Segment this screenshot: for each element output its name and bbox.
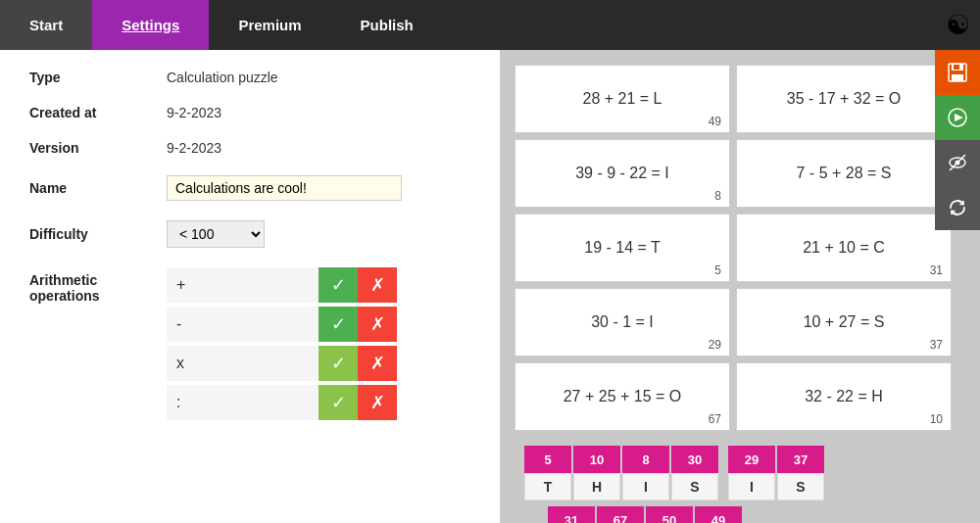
answer-section: 5 T 10 H 8 I 30 S 29 — [524, 446, 824, 523]
refresh-button[interactable] — [935, 185, 980, 230]
type-row: Type Calculation puzzle — [29, 70, 470, 85]
puzzle-cell-5: 21 + 10 = C 31 — [736, 214, 952, 282]
arith-row-divide: : ✓ ✗ — [167, 385, 397, 420]
answer-num-L: 49 — [695, 506, 742, 523]
answer-tile-L: 49 L — [695, 506, 742, 523]
arithmetic-label: Arithmetic operations — [29, 272, 167, 304]
cell-number-9: 10 — [930, 412, 943, 426]
arithmetic-section: Arithmetic operations + ✓ ✗ - ✓ ✗ x ✓ — [29, 267, 470, 420]
arith-cross-multiply[interactable]: ✗ — [358, 346, 397, 381]
play-button[interactable] — [935, 95, 980, 140]
cell-equation-3: 7 - 5 + 28 = S — [797, 165, 892, 182]
cell-equation-1: 35 - 17 + 32 = O — [787, 90, 902, 108]
difficulty-row: Difficulty < 100 — [29, 220, 470, 248]
type-value: Calculation puzzle — [167, 70, 278, 85]
answer-tile-S1: 30 S — [671, 446, 718, 500]
answer-num-S2: 37 — [777, 446, 824, 473]
answer-row-1: 31 C 67 O 50 O 49 L — [548, 506, 824, 523]
arith-cross-plus[interactable]: ✗ — [358, 267, 397, 303]
difficulty-select[interactable]: < 100 — [167, 220, 265, 248]
puzzle-cell-6: 30 - 1 = I 29 — [514, 288, 730, 357]
answer-tile-H: 10 H — [573, 446, 620, 500]
puzzle-cell-4: 19 - 14 = T 5 — [514, 214, 730, 282]
arith-row-minus: - ✓ ✗ — [167, 307, 397, 342]
arith-row-multiply: x ✓ ✗ — [167, 346, 397, 381]
answer-num-O2: 50 — [646, 506, 693, 523]
type-label: Type — [29, 70, 167, 85]
answer-tile-S2: 37 S — [777, 446, 824, 500]
created-value: 9-2-2023 — [167, 105, 221, 120]
left-panel: Type Calculation puzzle Created at 9-2-2… — [0, 50, 500, 523]
puzzle-cell-0: 28 + 21 = L 49 — [514, 65, 730, 133]
answer-tile-O2: 50 O — [646, 506, 693, 523]
cell-equation-8: 27 + 25 + 15 = O — [564, 388, 682, 405]
cell-number-2: 8 — [714, 189, 721, 203]
view-button[interactable] — [935, 140, 980, 185]
cell-number-4: 5 — [714, 263, 721, 277]
difficulty-label: Difficulty — [29, 226, 167, 242]
name-row: Name — [29, 175, 470, 201]
answer-tile-I2: 29 I — [728, 446, 775, 500]
nav-settings[interactable]: Settings — [92, 0, 209, 50]
answer-num-H: 10 — [573, 446, 620, 473]
puzzle-cell-3: 7 - 5 + 28 = S — [736, 139, 952, 208]
answer-num-S1: 30 — [671, 446, 718, 473]
arith-symbol-divide: : — [167, 394, 318, 411]
cell-equation-6: 30 - 1 = I — [591, 313, 654, 331]
created-row: Created at 9-2-2023 — [29, 105, 470, 120]
answer-tile-C: 31 C — [548, 506, 595, 523]
answer-letter-I1: I — [622, 473, 669, 500]
puzzle-cell-9: 32 - 22 = H 10 — [736, 362, 952, 431]
cell-equation-7: 10 + 27 = S — [804, 313, 885, 331]
answer-letter-I2: I — [728, 473, 775, 500]
name-input[interactable] — [167, 175, 402, 201]
nav-premium[interactable]: Premium — [209, 0, 330, 50]
arith-check-plus[interactable]: ✓ — [318, 267, 358, 303]
svg-rect-3 — [954, 65, 959, 70]
answer-num-C: 31 — [548, 506, 595, 523]
arith-check-minus[interactable]: ✓ — [318, 307, 358, 342]
nav-start[interactable]: Start — [0, 0, 92, 50]
arith-symbol-minus: - — [167, 315, 318, 333]
answer-tile-I1: 8 I — [622, 446, 669, 500]
nav-publish[interactable]: Publish — [331, 0, 443, 50]
answer-letter-T: T — [524, 473, 571, 500]
arith-symbol-plus: + — [167, 276, 318, 294]
name-label: Name — [29, 180, 167, 196]
answer-letter-H: H — [573, 473, 620, 500]
answer-tile-O1: 67 O — [597, 506, 644, 523]
answer-num-O1: 67 — [597, 506, 644, 523]
arith-check-divide[interactable]: ✓ — [318, 385, 358, 420]
cell-number-0: 49 — [709, 115, 721, 128]
cell-equation-5: 21 + 10 = C — [803, 239, 885, 257]
puzzle-cell-7: 10 + 27 = S 37 — [736, 288, 952, 357]
right-panel: 28 + 21 = L 49 35 - 17 + 32 = O 39 - 9 -… — [500, 50, 980, 523]
cell-number-5: 31 — [930, 263, 943, 277]
arith-cross-minus[interactable]: ✗ — [358, 307, 397, 342]
version-value: 9-2-2023 — [167, 140, 221, 156]
cell-equation-2: 39 - 9 - 22 = I — [575, 165, 669, 182]
puzzle-cell-2: 39 - 9 - 22 = I 8 — [514, 139, 730, 208]
version-row: Version 9-2-2023 — [29, 140, 470, 156]
answer-num-I2: 29 — [728, 446, 775, 473]
answer-tile-T: 5 T — [524, 446, 571, 500]
arith-check-multiply[interactable]: ✓ — [318, 346, 358, 381]
answer-row-0: 5 T 10 H 8 I 30 S 29 — [524, 446, 824, 500]
arith-symbol-multiply: x — [167, 355, 318, 372]
cell-number-8: 67 — [709, 412, 721, 426]
cell-equation-0: 28 + 21 = L — [583, 90, 662, 108]
cell-equation-9: 32 - 22 = H — [805, 388, 883, 405]
top-navigation: Start Settings Premium Publish ☯ — [0, 0, 980, 50]
answer-letter-S2: S — [777, 473, 824, 500]
right-sidebar — [935, 50, 980, 230]
svg-rect-2 — [952, 74, 963, 81]
arith-row-plus: + ✓ ✗ — [167, 267, 397, 303]
arith-cross-divide[interactable]: ✗ — [358, 385, 397, 420]
answer-num-T: 5 — [524, 446, 571, 473]
svg-marker-5 — [955, 114, 963, 121]
cell-number-7: 37 — [930, 338, 943, 352]
puzzle-grid: 28 + 21 = L 49 35 - 17 + 32 = O 39 - 9 -… — [514, 65, 952, 431]
yin-yang-icon[interactable]: ☯ — [946, 9, 970, 41]
main-content: Type Calculation puzzle Created at 9-2-2… — [0, 50, 980, 523]
save-button[interactable] — [935, 50, 980, 95]
